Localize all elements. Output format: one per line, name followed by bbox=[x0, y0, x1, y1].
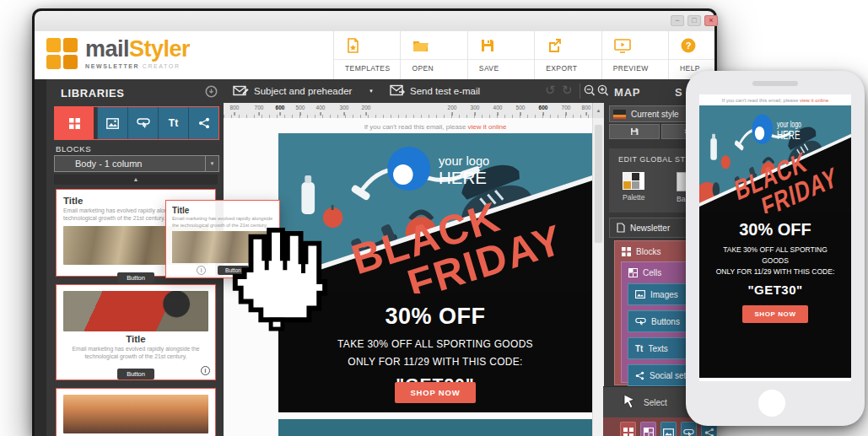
info-icon: i bbox=[197, 266, 206, 275]
phone-deal-headline: 30% OFF bbox=[699, 213, 851, 240]
window-left-frame bbox=[35, 79, 46, 436]
mode-blocks-icon[interactable] bbox=[620, 422, 636, 436]
tab-images[interactable] bbox=[97, 107, 127, 139]
email-footer-block[interactable] bbox=[278, 419, 592, 436]
phone-hero-image: BLACK FRIDAY your logo HERE bbox=[699, 105, 851, 213]
info-icon[interactable]: i bbox=[201, 366, 210, 375]
ruler-label: 800 bbox=[582, 105, 591, 116]
svg-text:?: ? bbox=[686, 40, 692, 51]
blocks-scroll-up[interactable]: ▲ bbox=[54, 175, 218, 185]
tree-blocks-label: Blocks bbox=[636, 247, 660, 256]
block-card-title: Title bbox=[63, 334, 208, 344]
save-button[interactable]: SAVE bbox=[467, 31, 534, 79]
svg-text:your logo: your logo bbox=[777, 119, 801, 129]
phone-deal-line1: TAKE 30% OFF ALL SPORTING GOODS bbox=[699, 245, 851, 266]
ruler-label: 800 bbox=[230, 105, 240, 116]
zoom-in-icon[interactable] bbox=[597, 84, 609, 100]
ruler-label: 400 bbox=[493, 105, 503, 116]
block-card-image bbox=[63, 395, 208, 433]
texts-icon: Tt bbox=[635, 344, 643, 353]
templates-icon bbox=[345, 37, 362, 54]
cells-icon bbox=[628, 268, 638, 277]
phone-deal-code: "GET30" bbox=[699, 283, 851, 297]
tree-images-label: Images bbox=[650, 290, 678, 299]
palette-label: Palette bbox=[623, 193, 644, 202]
canvas-scroll-up[interactable]: ▲ bbox=[592, 103, 604, 118]
map-panel-title[interactable]: MAP bbox=[614, 86, 640, 99]
tree-buttons-label: Buttons bbox=[651, 317, 680, 326]
phone-preview-mockup: If you can't read this email, please vie… bbox=[686, 71, 865, 426]
send-test-icon bbox=[390, 84, 406, 100]
library-tabs: Tt bbox=[54, 106, 219, 140]
texts-icon: Tt bbox=[169, 117, 178, 129]
palette-item[interactable]: Palette bbox=[623, 172, 644, 202]
library-sync-icon[interactable] bbox=[205, 85, 218, 101]
minimize-button[interactable]: − bbox=[671, 15, 684, 26]
undo-icon[interactable]: ↺ bbox=[545, 83, 556, 98]
save-style-button[interactable] bbox=[609, 124, 660, 139]
drag-hand-cursor bbox=[224, 222, 331, 338]
zoom-out-icon[interactable] bbox=[584, 84, 596, 100]
scrollbar-thumb[interactable] bbox=[595, 125, 602, 243]
select-label: Select bbox=[644, 398, 667, 407]
canvas-scrollbar[interactable] bbox=[592, 118, 604, 436]
ruler-label: 300 bbox=[340, 105, 349, 116]
libraries-title: LIBRARIES bbox=[61, 87, 124, 100]
desktop-page: − □ × mailStyler NEWSLETTER CREATOR TEMP… bbox=[0, 0, 868, 436]
ruler-label: 700 bbox=[562, 105, 571, 116]
phone-speaker bbox=[752, 81, 798, 86]
mode-images-icon[interactable] bbox=[660, 422, 677, 436]
app-logo: mailStyler NEWSLETTER CREATOR bbox=[46, 38, 190, 69]
close-button[interactable]: × bbox=[704, 15, 718, 26]
shop-now-button[interactable]: SHOP NOW bbox=[395, 382, 475, 403]
phone-screen: If you can't read this email, please vie… bbox=[699, 94, 851, 381]
tab-texts[interactable]: Tt bbox=[158, 107, 188, 139]
svg-text:HERE: HERE bbox=[777, 129, 801, 143]
redo-icon[interactable]: ↻ bbox=[562, 83, 573, 98]
ruler-label: 500 bbox=[516, 105, 526, 116]
block-card-button: Button bbox=[117, 369, 154, 379]
tab-buttons[interactable] bbox=[127, 107, 158, 139]
image-icon bbox=[106, 118, 119, 129]
preview-label: PREVIEW bbox=[602, 59, 668, 73]
preview-monitor-icon bbox=[613, 37, 632, 54]
preheader-text: If you can't read this email, please bbox=[722, 98, 800, 103]
mailstyler-logo-icon bbox=[46, 38, 78, 69]
open-button[interactable]: OPEN bbox=[400, 31, 466, 79]
block-card-2[interactable]: Title Email marketing has evolved rapidl… bbox=[56, 284, 216, 380]
templates-label: TEMPLATES bbox=[334, 59, 400, 73]
ruler-label: 600 bbox=[276, 105, 285, 116]
logo-text-2: HERE bbox=[439, 168, 487, 187]
view-online-link[interactable]: view it online bbox=[468, 123, 507, 131]
block-card-3[interactable] bbox=[56, 388, 216, 436]
phone-preheader: If you can't read this email, please vie… bbox=[699, 94, 851, 103]
phone-home-button bbox=[758, 390, 785, 417]
maximize-button[interactable]: □ bbox=[687, 15, 701, 26]
mode-cells-icon[interactable] bbox=[640, 422, 656, 436]
open-label: OPEN bbox=[401, 59, 466, 73]
button-icon bbox=[635, 317, 646, 326]
subject-caret-icon[interactable]: ▼ bbox=[369, 89, 374, 94]
open-folder-icon bbox=[412, 37, 430, 54]
subject-preheader-button[interactable]: Subject and preheader bbox=[254, 86, 352, 96]
brand-tagline-bold: NEWSLETTER bbox=[85, 63, 139, 69]
select-cursor-icon bbox=[623, 395, 635, 409]
ruler-label: 200 bbox=[448, 105, 457, 116]
shop-now-wrap: SHOP NOW bbox=[278, 382, 592, 403]
tab-social[interactable] bbox=[188, 107, 218, 139]
deal-line1: TAKE 30% OFF ALL SPORTING GOODS bbox=[278, 338, 592, 350]
preview-button[interactable]: PREVIEW bbox=[601, 31, 668, 79]
block-card-image bbox=[63, 291, 208, 331]
send-test-button[interactable]: Send test e-mail bbox=[410, 86, 480, 96]
view-online-link: view it online bbox=[800, 98, 828, 103]
export-label: EXPORT bbox=[535, 59, 601, 73]
templates-button[interactable]: TEMPLATES bbox=[333, 31, 400, 79]
tree-cells-label: Cells bbox=[643, 268, 661, 277]
ruler-label: 700 bbox=[255, 105, 264, 116]
block-card-button: Button bbox=[117, 272, 154, 283]
tab-blocks[interactable] bbox=[55, 107, 94, 139]
body-layout-dropdown[interactable]: Body - 1 column ▼ bbox=[54, 155, 219, 172]
mode-buttons-icon[interactable] bbox=[681, 422, 697, 436]
export-button[interactable]: EXPORT bbox=[534, 31, 601, 79]
styles-panel-title-partial[interactable]: S bbox=[675, 86, 682, 99]
